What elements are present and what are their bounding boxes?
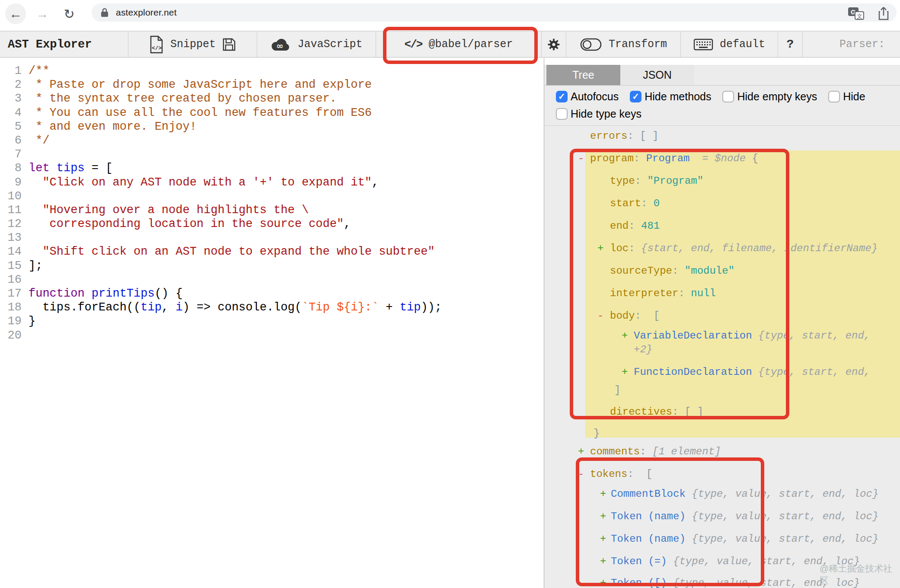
tree-expander[interactable]: +: [600, 577, 606, 588]
editor-line[interactable]: 18 tips.forEach((tip, i) => console.log(…: [0, 300, 543, 314]
transform-toggle[interactable]: Transform: [566, 32, 681, 57]
address-bar[interactable]: astexplorer.net G 文: [92, 3, 897, 22]
editor-line[interactable]: 1/**: [0, 64, 543, 78]
options-divider: [544, 125, 900, 126]
editor-line[interactable]: 12 corresponding location in the source …: [0, 217, 543, 231]
language-label: JavaScript: [297, 38, 362, 51]
reload-button[interactable]: ↻: [59, 3, 80, 24]
tree-row[interactable]: directives: [ ]: [610, 406, 703, 419]
tree-row[interactable]: ]: [614, 384, 620, 397]
parser-selector[interactable]: </> @babel/parser: [376, 32, 542, 57]
editor-line[interactable]: 6 */: [0, 134, 543, 147]
editor-line[interactable]: 14 "Shift click on an AST node to expand…: [0, 245, 543, 259]
line-number: 20: [0, 329, 29, 342]
app-toolbar: AST Explorer </> Snippet ∞ JavaScript: [0, 31, 900, 58]
code-text: ];: [29, 259, 42, 273]
share-icon[interactable]: [877, 5, 890, 22]
editor-line[interactable]: 9 "Click on any AST node with a '+' to e…: [0, 176, 543, 189]
svg-text:</>: </>: [152, 45, 162, 51]
editor-line[interactable]: 5 * and even more. Enjoy!: [0, 120, 543, 134]
code-text: */: [29, 134, 50, 147]
tree-expander[interactable]: +: [622, 329, 628, 342]
tree-expander[interactable]: +: [597, 242, 603, 255]
tab-tree[interactable]: Tree: [546, 65, 620, 85]
help-button[interactable]: ?: [778, 32, 803, 57]
ast-panel: Tree JSON ✓Autofocus✓Hide methodsHide em…: [544, 58, 900, 588]
tree-row[interactable]: interpreter: null: [610, 287, 716, 300]
tree-expander[interactable]: -: [578, 468, 584, 481]
editor-line[interactable]: 20: [0, 329, 543, 342]
url-text: astexplorer.net: [116, 7, 177, 18]
line-number: 16: [0, 273, 29, 287]
tree-row[interactable]: Token (name) {type, value, start, end, l…: [611, 510, 878, 523]
tree-row[interactable]: body: [: [610, 310, 660, 323]
tree-row[interactable]: program: Program = $node {: [590, 152, 758, 165]
editor-line[interactable]: 2 * Paste or drop some JavaScript here a…: [0, 78, 543, 92]
editor-line[interactable]: 17function printTips() {: [0, 287, 543, 300]
editor-line[interactable]: 10: [0, 189, 543, 203]
tree-row[interactable]: }: [594, 427, 600, 440]
checkbox-hide[interactable]: [828, 91, 840, 102]
save-icon[interactable]: [222, 38, 236, 51]
tree-expander[interactable]: -: [578, 152, 584, 165]
tree-expander[interactable]: -: [597, 310, 603, 323]
tree-row[interactable]: Token (name) {type, value, start, end, l…: [611, 533, 878, 546]
checkbox-label: Hide: [843, 90, 865, 103]
line-number: 14: [0, 245, 29, 259]
options-row-2: Hide type keys: [556, 107, 900, 120]
line-number: 13: [0, 231, 29, 245]
reload-icon: ↻: [64, 6, 74, 22]
line-number: 15: [0, 259, 29, 273]
tree-row[interactable]: FunctionDeclaration {type, start, end,: [634, 366, 870, 379]
tree-row[interactable]: start: 0: [610, 197, 660, 210]
line-number: 4: [0, 106, 29, 120]
tree-row[interactable]: errors: [ ]: [590, 130, 658, 143]
tree-row[interactable]: CommentBlock {type, value, start, end, l…: [611, 488, 878, 501]
tree-expander[interactable]: +: [600, 533, 606, 546]
tree-expander[interactable]: +: [578, 445, 584, 458]
tree-expander[interactable]: +: [600, 488, 606, 501]
line-number: 11: [0, 203, 29, 217]
checkbox-hide-type-keys[interactable]: [556, 108, 568, 120]
tree-row[interactable]: +2}: [634, 343, 652, 356]
editor-line[interactable]: 8let tips = [: [0, 161, 543, 175]
tree-row[interactable]: end: 481: [610, 220, 660, 233]
editor-line[interactable]: 3 * the syntax tree created by chosen pa…: [0, 92, 543, 105]
editor-line[interactable]: 13: [0, 231, 543, 245]
editor-line[interactable]: 19}: [0, 314, 543, 328]
svg-text:文: 文: [857, 13, 862, 19]
tree-row[interactable]: comments: [1 element]: [590, 445, 721, 458]
editor-line[interactable]: 7: [0, 147, 543, 161]
translate-icon[interactable]: G 文: [846, 6, 865, 21]
code-text: let tips = [: [29, 161, 112, 175]
forward-button[interactable]: →: [32, 3, 53, 24]
code-text: * Paste or drop some JavaScript here and…: [29, 78, 372, 92]
back-icon: ←: [9, 6, 22, 21]
editor-line[interactable]: 11 "Hovering over a node highlights the …: [0, 203, 543, 217]
code-text: }: [29, 314, 35, 328]
tree-expander[interactable]: +: [622, 366, 628, 379]
code-editor[interactable]: 1/**2 * Paste or drop some JavaScript he…: [0, 58, 543, 588]
parser-settings-button[interactable]: [542, 32, 566, 57]
back-button[interactable]: ←: [5, 3, 26, 24]
transform-toggle-icon: [580, 37, 602, 52]
tree-row[interactable]: sourceType: "module": [610, 265, 734, 278]
tree-row[interactable]: loc: {start, end, filename, identifierNa…: [610, 242, 878, 255]
editor-line[interactable]: 15];: [0, 259, 543, 273]
line-number: 9: [0, 176, 29, 189]
checkbox-autofocus[interactable]: ✓: [556, 91, 568, 102]
tree-expander[interactable]: +: [600, 510, 606, 523]
language-selector[interactable]: ∞ JavaScript: [257, 32, 376, 57]
snippet-button[interactable]: </> Snippet: [128, 32, 257, 57]
tree-expander[interactable]: +: [600, 555, 606, 568]
svg-text:∞: ∞: [276, 41, 284, 51]
keybinding-selector[interactable]: default: [681, 32, 778, 57]
tree-row[interactable]: type: "Program": [610, 175, 703, 188]
checkbox-hide-empty-keys[interactable]: [722, 91, 734, 102]
checkbox-hide-methods[interactable]: ✓: [630, 91, 641, 102]
editor-line[interactable]: 4 * You can use all the cool new feature…: [0, 106, 543, 120]
tree-row[interactable]: VariableDeclaration {type, start, end,: [634, 329, 870, 342]
editor-line[interactable]: 16: [0, 273, 543, 287]
tree-row[interactable]: tokens: [: [590, 468, 652, 481]
tab-json[interactable]: JSON: [620, 65, 694, 85]
